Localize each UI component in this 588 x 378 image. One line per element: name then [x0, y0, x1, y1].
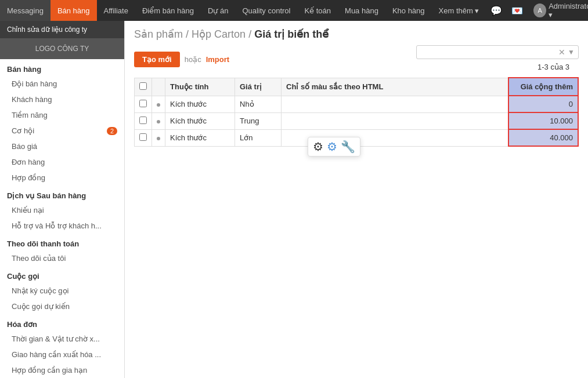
- row3-checkbox[interactable]: [135, 129, 152, 146]
- section-ban-hang: Bán hàng: [0, 59, 124, 76]
- nav-kho-hang[interactable]: Kho hàng: [385, 0, 432, 21]
- header-thuoc-tinh: Thuộc tính: [165, 78, 235, 96]
- table-row: Kích thước Nhỏ 0: [135, 96, 579, 112]
- row1-gia-cong[interactable]: 0: [508, 96, 578, 112]
- sidebar-item-ho-tro[interactable]: Hỗ trợ và Hỗ trợ khách h...: [0, 218, 124, 234]
- breadcrumb-sep1: /: [186, 28, 192, 40]
- row1-chi-so[interactable]: [282, 96, 509, 112]
- row3-gia-tri[interactable]: Lớn: [235, 129, 282, 146]
- row2-gia-cong[interactable]: 10.000: [508, 112, 578, 129]
- sidebar-item-khach-hang[interactable]: Khách hàng: [0, 92, 124, 107]
- sidebar-item-don-hang[interactable]: Đơn hàng: [0, 154, 124, 170]
- table-container: Thuộc tính Giá trị Chỉ số màu sắc theo H…: [125, 77, 588, 147]
- dot-icon: [157, 103, 160, 107]
- search-dropdown-icon[interactable]: ▼: [568, 48, 575, 56]
- tools-icon[interactable]: 🔧: [341, 140, 355, 154]
- row1-checkbox[interactable]: [135, 96, 152, 112]
- table-row: Kích thước Trung 10.000: [135, 112, 579, 129]
- config-icon[interactable]: ⚙: [327, 140, 337, 154]
- toolbar-or: hoặc: [185, 55, 201, 64]
- breadcrumb-part1[interactable]: Sản phẩm: [134, 28, 183, 40]
- search-bar: ✕ ▼: [416, 45, 579, 59]
- sidebar-item-cuoc-goi-du-kien[interactable]: Cuộc gọi dự kiến: [0, 299, 124, 314]
- sidebar: Chỉnh sửa dữ liệu công ty LOGO CÔNG TY B…: [0, 21, 125, 378]
- nav-affiliate[interactable]: Affiliate: [97, 0, 135, 21]
- sidebar-item-khieu-nai[interactable]: Khiếu nại: [0, 202, 124, 218]
- row1-thuoc-tinh[interactable]: Kích thước: [165, 96, 235, 112]
- nav-du-an[interactable]: Dự án: [201, 0, 235, 21]
- section-dich-vu: Dịch vụ Sau bán hàng: [0, 186, 124, 202]
- sidebar-item-theo-doi-cua-toi[interactable]: Theo dõi của tôi: [0, 250, 124, 266]
- header-gia-cong: Giá cộng thêm: [508, 78, 578, 96]
- section-hoa-don: Hóa đơn: [0, 314, 124, 331]
- sidebar-item-hop-dong[interactable]: Hợp đồng: [0, 170, 124, 186]
- data-table: Thuộc tính Giá trị Chỉ số màu sắc theo H…: [134, 77, 579, 147]
- sidebar-item-hop-dong-gia-han[interactable]: Hợp đồng cần gia hạn: [0, 362, 124, 378]
- nav-mua-hang[interactable]: Mua hàng: [338, 0, 385, 21]
- breadcrumb-part3: Giá trị biến thể: [254, 28, 329, 40]
- row1-check[interactable]: [139, 100, 147, 107]
- message-icon[interactable]: 💌: [507, 5, 528, 16]
- sidebar-logo: LOGO CÔNG TY: [0, 38, 124, 59]
- chat-icon[interactable]: 💬: [486, 5, 507, 16]
- layout: Chỉnh sửa dữ liệu công ty LOGO CÔNG TY B…: [0, 21, 588, 378]
- context-toolbar: ⚙ ⚙ 🔧: [308, 137, 360, 157]
- settings-icon[interactable]: ⚙: [313, 140, 323, 154]
- row1-gia-tri[interactable]: Nhỏ: [235, 96, 282, 112]
- dot-icon: [157, 120, 160, 123]
- sidebar-item-tiem-nang[interactable]: Tiềm năng: [0, 107, 124, 123]
- row2-thuoc-tinh[interactable]: Kích thước: [165, 112, 235, 129]
- breadcrumb-sep2: /: [248, 28, 254, 40]
- breadcrumb: Sản phẩm / Hộp Carton / Giá trị biến thể: [125, 21, 588, 45]
- row3-dot: [152, 129, 165, 146]
- nav-quality-control[interactable]: Quality control: [235, 0, 297, 21]
- section-theo-doi: Theo dõi thanh toán: [0, 234, 124, 250]
- sidebar-item-nhat-ky[interactable]: Nhật ký cuộc gọi: [0, 283, 124, 299]
- user-menu[interactable]: A Administrator ▾: [528, 2, 588, 19]
- row3-check[interactable]: [139, 133, 147, 141]
- nav-messaging[interactable]: Messaging: [0, 0, 50, 21]
- navbar-right: 💬 💌 A Administrator ▾: [486, 0, 588, 21]
- row2-check[interactable]: [139, 117, 147, 124]
- row3-thuoc-tinh[interactable]: Kích thước: [165, 129, 235, 146]
- table-row: Kích thước Lớn ⚙ ⚙ 🔧 40.000: [135, 129, 579, 146]
- sidebar-item-thoi-gian[interactable]: Thời gian & Vật tư chờ x...: [0, 331, 124, 347]
- header-gia-tri: Giá trị: [235, 78, 282, 96]
- sidebar-item-co-hoi[interactable]: Cơ hội 2: [0, 123, 124, 139]
- row1-dot: [152, 96, 165, 112]
- row3-chi-so[interactable]: ⚙ ⚙ 🔧: [282, 129, 509, 146]
- avatar: A: [533, 3, 546, 17]
- search-clear-icon[interactable]: ✕: [558, 48, 565, 57]
- co-hoi-badge: 2: [107, 127, 117, 135]
- nav-xem-them[interactable]: Xem thêm ▾: [432, 0, 486, 21]
- select-all-checkbox[interactable]: [139, 82, 147, 90]
- section-cuoc-goi: Cuộc gọi: [0, 266, 124, 283]
- row3-gia-cong[interactable]: 40.000: [508, 129, 578, 146]
- sidebar-item-doi-ban-hang[interactable]: Đội bán hàng: [0, 76, 124, 92]
- breadcrumb-part2[interactable]: Hộp Carton: [192, 28, 246, 40]
- sidebar-item-giao-hang[interactable]: Giao hàng cần xuất hóa ...: [0, 347, 124, 362]
- search-input[interactable]: [420, 48, 558, 57]
- navbar: Messaging Bán hàng Affiliate Điểm bán hà…: [0, 0, 588, 21]
- sidebar-company[interactable]: Chỉnh sửa dữ liệu công ty: [0, 21, 124, 38]
- header-dot: [152, 78, 165, 96]
- toolbar: Tạo mới hoặc Import: [134, 52, 229, 67]
- import-button[interactable]: Import: [206, 55, 229, 64]
- row2-chi-so[interactable]: [282, 112, 509, 129]
- main-content: Sản phẩm / Hộp Carton / Giá trị biến thể…: [125, 21, 588, 378]
- header-chi-so: Chỉ số màu sắc theo HTML: [282, 78, 509, 96]
- nav-ke-toan[interactable]: Kế toán: [297, 0, 338, 21]
- create-button[interactable]: Tạo mới: [134, 52, 180, 67]
- nav-ban-hang[interactable]: Bán hàng: [50, 0, 97, 21]
- header-checkbox: [135, 78, 152, 96]
- row2-dot: [152, 112, 165, 129]
- pagination-info: 1-3 của 3: [538, 60, 579, 74]
- dot-icon: [157, 137, 160, 140]
- row2-checkbox[interactable]: [135, 112, 152, 129]
- user-label: Administrator ▾: [549, 2, 588, 19]
- row2-gia-tri[interactable]: Trung: [235, 112, 282, 129]
- nav-diem-ban-hang[interactable]: Điểm bán hàng: [135, 0, 201, 21]
- sidebar-item-bao-gia[interactable]: Báo giá: [0, 139, 124, 154]
